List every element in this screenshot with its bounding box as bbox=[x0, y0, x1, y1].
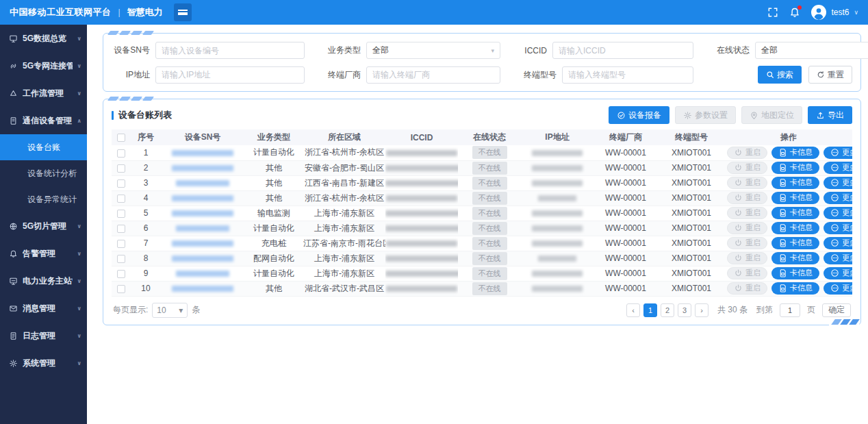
online-status-select[interactable]: 全部▾ bbox=[755, 42, 868, 59]
row-action-1[interactable]: 卡信息 bbox=[771, 237, 819, 249]
goto-page-input[interactable] bbox=[780, 303, 800, 317]
service-type-select[interactable]: 全部▾ bbox=[366, 42, 500, 59]
row-action-2[interactable]: 更多 bbox=[824, 237, 852, 249]
cell-service-type: 计量自动化 bbox=[244, 266, 303, 281]
row-action-1[interactable]: 卡信息 bbox=[771, 207, 819, 219]
toolbar-button-0[interactable]: 设备报备 bbox=[609, 106, 669, 124]
more-icon bbox=[830, 148, 839, 157]
row-action-2[interactable]: 更多 bbox=[824, 282, 852, 295]
sidebar-item-9[interactable]: 系统管理∨ bbox=[0, 349, 87, 377]
more-icon bbox=[830, 253, 839, 262]
vendor-label: 终端厂商 bbox=[322, 69, 361, 81]
row-checkbox[interactable] bbox=[117, 149, 125, 158]
sidebar-subitem-3-2[interactable]: 设备异常统计 bbox=[0, 186, 87, 212]
link-icon bbox=[9, 62, 18, 71]
workflow-icon bbox=[9, 89, 18, 98]
goto-prefix: 到第 bbox=[756, 304, 773, 316]
row-checkbox[interactable] bbox=[117, 195, 125, 203]
row-action-2[interactable]: 更多 bbox=[824, 252, 852, 264]
cell-index: 8 bbox=[131, 251, 161, 266]
hamburger-menu-icon[interactable] bbox=[174, 3, 192, 21]
row-action-1[interactable]: 卡信息 bbox=[771, 147, 819, 159]
table-row: 6计量自动化上海市-浦东新区不在线WW-00001XMIOT001重启卡信息更多 bbox=[112, 221, 852, 236]
row-action-1[interactable]: 卡信息 bbox=[771, 252, 819, 264]
sidebar-item-2[interactable]: 工作流管理∨ bbox=[0, 79, 87, 107]
reset-icon bbox=[817, 71, 825, 79]
row-action-2[interactable]: 更多 bbox=[824, 192, 852, 204]
row-action-2[interactable]: 更多 bbox=[824, 162, 852, 174]
row-action-1[interactable]: 卡信息 bbox=[771, 177, 819, 189]
row-action-0: 重启 bbox=[727, 147, 767, 159]
table-row: 9计量自动化上海市-浦东新区不在线WW-00001XMIOT001重启卡信息更多 bbox=[112, 266, 852, 281]
next-page-button[interactable]: › bbox=[695, 303, 709, 317]
row-action-1[interactable]: 卡信息 bbox=[771, 162, 819, 174]
simcard-icon bbox=[778, 238, 787, 247]
toolbar-button-3[interactable]: 导出 bbox=[808, 106, 852, 124]
row-action-1[interactable]: 卡信息 bbox=[771, 222, 819, 234]
power-icon bbox=[734, 208, 743, 217]
vendor-input[interactable] bbox=[366, 66, 500, 84]
sidebar-item-8[interactable]: 日志管理∨ bbox=[0, 322, 87, 349]
page-button-3[interactable]: 3 bbox=[678, 303, 691, 317]
chevron-down-icon: ∨ bbox=[77, 223, 82, 229]
sidebar-item-7[interactable]: 消息管理∨ bbox=[0, 295, 87, 322]
cell-index: 7 bbox=[131, 236, 161, 251]
sn-input[interactable] bbox=[155, 42, 305, 59]
status-badge: 不在线 bbox=[472, 162, 507, 175]
sidebar-subitem-3-0[interactable]: 设备台账 bbox=[0, 134, 87, 160]
cell-model: XMIOT001 bbox=[658, 160, 725, 175]
sidebar-item-0[interactable]: 5G数据总览∨ bbox=[0, 25, 87, 52]
row-action-2[interactable]: 更多 bbox=[824, 147, 852, 159]
app-name: 智慧电力 bbox=[127, 6, 163, 18]
prev-page-button[interactable]: ‹ bbox=[626, 303, 640, 317]
row-checkbox[interactable] bbox=[117, 240, 125, 248]
row-checkbox[interactable] bbox=[117, 164, 125, 173]
status-badge: 不在线 bbox=[472, 252, 507, 265]
row-checkbox[interactable] bbox=[117, 270, 125, 278]
per-page-select[interactable]: 10▾ bbox=[152, 303, 188, 318]
per-page-label: 每页显示: bbox=[113, 304, 148, 316]
row-action-1[interactable]: 卡信息 bbox=[771, 192, 819, 204]
row-action-1[interactable]: 卡信息 bbox=[771, 282, 819, 295]
column-header-6: IP地址 bbox=[521, 129, 593, 145]
sidebar-item-6[interactable]: 电力业务主站管理∨ bbox=[0, 267, 87, 295]
table-row: 1计量自动化浙江省-杭州市-余杭区不在线WW-00001XMIOT001重启卡信… bbox=[112, 145, 852, 160]
sidebar-subitem-3-1[interactable]: 设备统计分析 bbox=[0, 160, 87, 186]
row-checkbox[interactable] bbox=[117, 179, 125, 188]
iccid-input[interactable] bbox=[552, 42, 693, 59]
sidebar-item-4[interactable]: 5G切片管理∨ bbox=[0, 212, 87, 240]
sidebar-item-1[interactable]: 5G专网连接管理∨ bbox=[0, 52, 87, 79]
sidebar-item-3[interactable]: 通信设备管理∧ bbox=[0, 107, 87, 134]
panel-title: 设备台账列表 bbox=[112, 109, 172, 121]
username: test6 bbox=[831, 8, 849, 17]
select-all-checkbox[interactable] bbox=[117, 134, 125, 142]
brand-separator: | bbox=[118, 8, 120, 17]
row-action-2[interactable]: 更多 bbox=[824, 177, 852, 189]
simcard-icon bbox=[778, 208, 787, 217]
row-action-2[interactable]: 更多 bbox=[824, 222, 852, 234]
sidebar-item-5[interactable]: 告警管理∨ bbox=[0, 240, 87, 267]
reset-button[interactable]: 重置 bbox=[808, 66, 852, 84]
goto-confirm-button[interactable]: 确定 bbox=[822, 303, 851, 317]
more-icon bbox=[830, 208, 839, 217]
row-action-2[interactable]: 更多 bbox=[824, 267, 852, 279]
search-button[interactable]: 搜索 bbox=[758, 66, 802, 84]
row-checkbox[interactable] bbox=[117, 225, 125, 233]
masked-ip-value bbox=[532, 286, 583, 292]
ip-input[interactable] bbox=[155, 66, 305, 84]
model-input[interactable] bbox=[562, 66, 693, 84]
masked-iccid-value bbox=[386, 286, 457, 292]
page-button-2[interactable]: 2 bbox=[661, 303, 674, 317]
row-checkbox[interactable] bbox=[117, 285, 125, 293]
row-checkbox[interactable] bbox=[117, 255, 125, 263]
page-button-1[interactable]: 1 bbox=[643, 303, 657, 317]
row-checkbox[interactable] bbox=[117, 210, 125, 218]
cell-actions: 重启卡信息更多 bbox=[725, 281, 852, 296]
masked-iccid-value bbox=[385, 225, 458, 232]
row-action-1[interactable]: 卡信息 bbox=[771, 267, 819, 279]
cell-region: 江苏省-南京市-雨花台区 bbox=[303, 236, 385, 251]
fullscreen-icon[interactable] bbox=[767, 7, 778, 18]
user-menu[interactable]: test6 ∨ bbox=[811, 5, 858, 20]
notification-bell-icon[interactable] bbox=[789, 7, 800, 18]
row-action-2[interactable]: 更多 bbox=[824, 207, 852, 219]
